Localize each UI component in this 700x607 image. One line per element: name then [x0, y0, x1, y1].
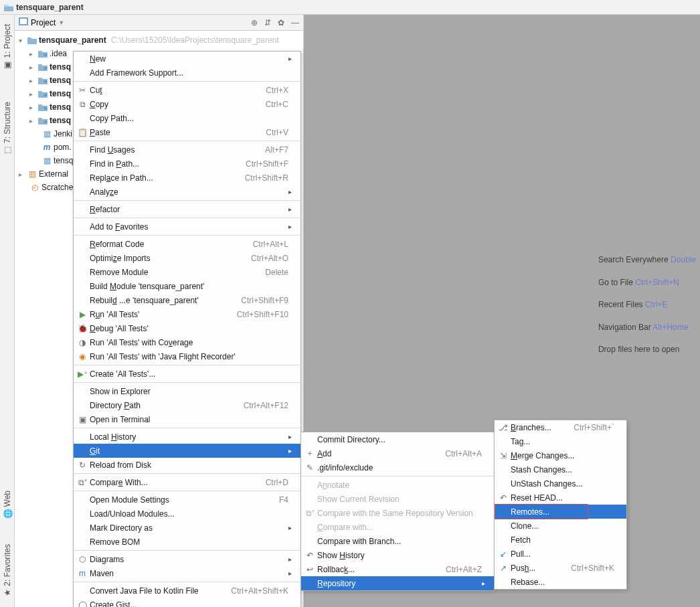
menu-item[interactable]: ◉Run 'All Tests' with 'Java Flight Recor…	[74, 349, 300, 363]
context-menu-main[interactable]: New▸Add Framework Support...✂CutCtrl+X⧉C…	[73, 51, 301, 607]
menu-item[interactable]: Add Framework Support...	[74, 66, 300, 80]
menu-item[interactable]: Convert Java File to Kotlin FileCtrl+Alt…	[74, 584, 300, 598]
menu-item[interactable]: Optimize ImportsCtrl+Alt+O	[74, 251, 300, 265]
menu-item[interactable]: UnStash Changes...	[495, 476, 626, 491]
menu-item[interactable]: ＋AddCtrl+Alt+A	[301, 446, 494, 460]
dropdown-icon[interactable]: ▼	[58, 19, 64, 26]
menu-item[interactable]: ↙Pull...	[495, 547, 626, 561]
menu-item-shortcut: Ctrl+Shift+R	[232, 173, 288, 183]
menu-item[interactable]: ↩Rollback...Ctrl+Alt+Z	[301, 562, 494, 576]
menu-item-label: Run 'All Tests' with Coverage	[88, 338, 288, 347]
menu-separator	[74, 200, 300, 201]
menu-item-icon: ↶	[497, 493, 509, 503]
gear-icon[interactable]: ✿	[278, 18, 284, 27]
menu-item[interactable]: ▶⁺Create 'All Tests'...	[74, 367, 300, 381]
menu-item[interactable]: Commit Directory...	[301, 432, 494, 446]
menu-item[interactable]: ✂CutCtrl+X	[74, 83, 300, 97]
chevron-right-icon[interactable]: ▸	[29, 77, 36, 84]
submenu-arrow-icon: ▸	[288, 223, 295, 230]
menu-item-label: Commit Directory...	[316, 435, 482, 444]
menu-item[interactable]: Open Module SettingsF4	[74, 493, 300, 507]
tree-root[interactable]: ▾ tensquare_parent C:\Users\15205\IdeaPr…	[17, 33, 303, 47]
menu-item[interactable]: Replace in Path...Ctrl+Shift+R	[74, 171, 300, 185]
menu-item[interactable]: ↗Push...Ctrl+Shift+K	[495, 561, 626, 575]
hide-icon[interactable]: —	[291, 18, 299, 27]
project-title: tensquare_parent	[16, 3, 84, 12]
menu-item[interactable]: Compare with Branch...	[301, 534, 494, 548]
menu-item[interactable]: Refactor▸	[74, 202, 300, 216]
menu-item[interactable]: Show in Explorer	[74, 384, 300, 398]
menu-item[interactable]: Stash Changes...	[495, 462, 626, 476]
menu-item[interactable]: mMaven▸	[74, 566, 300, 580]
menu-item[interactable]: Load/Unload Modules...	[74, 507, 300, 521]
menu-item-label: UnStash Changes...	[509, 479, 614, 489]
menu-item[interactable]: Add to Favorites▸	[74, 220, 300, 234]
menu-item[interactable]: Repository▸	[301, 576, 494, 590]
menu-item[interactable]: Copy Path...	[74, 111, 300, 125]
menu-item[interactable]: Remotes...	[495, 505, 626, 519]
chevron-right-icon[interactable]: ▸	[29, 50, 36, 58]
menu-item[interactable]: ⎇Branches...Ctrl+Shift+`	[495, 420, 626, 434]
project-view-label[interactable]: Project	[31, 18, 56, 27]
menu-item[interactable]: Directory PathCtrl+Alt+F12	[74, 398, 300, 412]
menu-item[interactable]: ↻Reload from Disk	[74, 458, 300, 472]
menu-item[interactable]: Find UsagesAlt+F7	[74, 143, 300, 157]
menu-item[interactable]: Tag...	[495, 434, 626, 448]
menu-separator	[301, 476, 494, 476]
tab-structure[interactable]: ⬚7: Structure	[1, 99, 13, 157]
menu-separator	[74, 235, 300, 236]
menu-item-shortcut: Ctrl+Shift+F9	[228, 296, 288, 305]
chevron-right-icon[interactable]: ▸	[29, 90, 36, 98]
context-menu-repository[interactable]: ⎇Branches...Ctrl+Shift+`Tag...⇲Merge Cha…	[494, 420, 627, 590]
chevron-right-icon[interactable]: ▸	[29, 104, 36, 111]
menu-item[interactable]: ◑Run 'All Tests' with Coverage	[74, 335, 300, 349]
tab-favorites[interactable]: ★2: Favorites	[1, 541, 13, 600]
chevron-right-icon[interactable]: ▸	[29, 64, 36, 71]
menu-item[interactable]: Rebuild ...e 'tensquare_parent'Ctrl+Shif…	[74, 293, 300, 307]
menu-item[interactable]: Reformat CodeCtrl+Alt+L	[74, 237, 300, 251]
menu-item[interactable]: New▸	[74, 52, 300, 66]
menu-item[interactable]: Clone...	[495, 519, 626, 533]
menu-item[interactable]: Rebase...	[495, 575, 626, 589]
menu-item[interactable]: Mark Directory as▸	[74, 521, 300, 535]
menu-item[interactable]: ↶Reset HEAD...	[495, 491, 626, 505]
menu-item-label: Optimize Imports	[88, 254, 238, 263]
menu-item-label: Show in Explorer	[88, 387, 288, 396]
chevron-right-icon[interactable]: ▸	[29, 117, 36, 124]
menu-item[interactable]: Build Module 'tensquare_parent'	[74, 279, 300, 293]
menu-item[interactable]: ✎.git/info/exclude	[301, 460, 494, 474]
menu-item[interactable]: Fetch	[495, 533, 626, 547]
menu-item[interactable]: ◯Create Gist...	[74, 598, 300, 607]
chevron-right-icon[interactable]: ▸	[19, 171, 25, 178]
submenu-arrow-icon: ▸	[482, 580, 489, 587]
folder-icon	[4, 3, 13, 11]
menu-item[interactable]: Remove ModuleDelete	[74, 265, 300, 279]
menu-item[interactable]: Local History▸	[74, 430, 300, 444]
menu-item[interactable]: ⧉⁺Compare With...Ctrl+D	[74, 475, 300, 489]
tab-web[interactable]: 🌐Web	[1, 488, 13, 521]
menu-item[interactable]: Analyze▸	[74, 185, 300, 199]
context-menu-git[interactable]: Commit Directory...＋AddCtrl+Alt+A✎.git/i…	[300, 432, 495, 591]
menu-item[interactable]: Git▸	[74, 444, 300, 458]
menu-item-icon: ⬡	[76, 555, 88, 564]
menu-item[interactable]: ⧉CopyCtrl+C	[74, 97, 300, 111]
svg-rect-2	[44, 54, 47, 56]
menu-item-label: Tag...	[509, 437, 614, 446]
chevron-down-icon[interactable]: ▾	[19, 37, 25, 44]
locate-icon[interactable]: ⊕	[251, 18, 258, 27]
tab-project[interactable]: ▣1: Project	[1, 21, 13, 72]
menu-item-icon: ✂	[76, 86, 88, 95]
menu-item[interactable]: 🐞Debug 'All Tests'	[74, 321, 300, 335]
collapse-icon[interactable]: ⇵	[264, 18, 271, 27]
menu-item-shortcut: Ctrl+Shift+F10	[224, 310, 288, 319]
menu-item-label: Stash Changes...	[509, 465, 614, 474]
menu-item[interactable]: ⇲Merge Changes...	[495, 448, 626, 462]
menu-item[interactable]: ⬡Diagrams▸	[74, 552, 300, 566]
menu-item[interactable]: 📋PasteCtrl+V	[74, 125, 300, 139]
menu-item[interactable]: ↶Show History	[301, 548, 494, 562]
menu-item[interactable]: Find in Path...Ctrl+Shift+F	[74, 157, 300, 171]
menu-item[interactable]: Remove BOM	[74, 535, 300, 549]
menu-item[interactable]: ▣Open in Terminal	[74, 412, 300, 426]
submenu-arrow-icon: ▸	[288, 524, 295, 531]
menu-item[interactable]: ▶Run 'All Tests'Ctrl+Shift+F10	[74, 307, 300, 321]
